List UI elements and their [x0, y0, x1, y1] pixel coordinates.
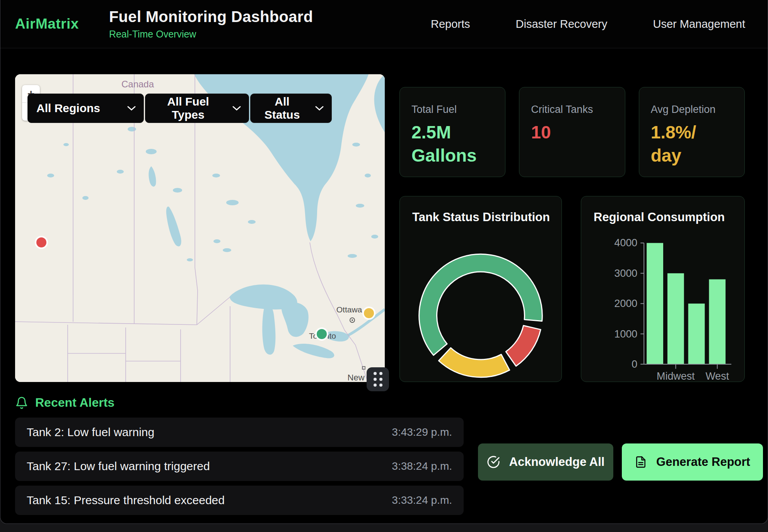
check-circle-icon [487, 455, 500, 469]
map-marker-green[interactable] [316, 328, 328, 340]
filter-fuel-types-select[interactable]: All Fuel Types [145, 94, 249, 123]
map-label-country: Canada [121, 79, 154, 89]
map-marker-yellow[interactable] [363, 307, 375, 319]
tank-status-panel: Tank Status Distribution [399, 196, 562, 382]
acknowledge-all-button[interactable]: Acknowledge All [478, 443, 613, 481]
stat-card-critical-tanks: Critical Tanks 10 [519, 87, 625, 177]
map-lake-michigan [262, 305, 275, 355]
stat-value-critical-tanks: 10 [531, 121, 610, 144]
alert-text: Tank 15: Pressure threshold exceeded [27, 494, 225, 507]
map-grip-icon[interactable] [367, 367, 389, 391]
alert-row[interactable]: Tank 27: Low fuel warning triggered 3:38… [15, 452, 464, 481]
stat-label: Avg Depletion [651, 104, 733, 116]
stat-card-avg-depletion: Avg Depletion 1.8%/day [639, 87, 745, 177]
dashboard-app: AirMatrix Fuel Monitoring Dashboard Real… [0, 0, 768, 524]
bell-icon [15, 396, 28, 410]
alerts-title: Recent Alerts [35, 396, 114, 410]
stat-card-total-fuel: Total Fuel 2.5M Gallons [399, 87, 505, 177]
alerts-header: Recent Alerts [15, 396, 114, 410]
map-label-ottawa: Ottawa [336, 305, 362, 314]
main-content: Canada Ottawa Toronto New York + [0, 48, 768, 524]
stat-value-avg-depletion: 1.8%/day [651, 121, 705, 167]
generate-report-label: Generate Report [656, 455, 750, 469]
chevron-down-icon [315, 106, 324, 111]
page-subtitle: Real-Time Overview [109, 29, 313, 40]
charts-row: Tank Status Distribution Regional Consum… [399, 196, 745, 382]
stat-label: Critical Tanks [531, 104, 613, 116]
main-nav: Reports Disaster Recovery User Managemen… [431, 18, 745, 31]
nav-disaster-recovery[interactable]: Disaster Recovery [516, 18, 608, 31]
svg-text:4000: 4000 [614, 237, 638, 249]
svg-text:West: West [705, 370, 729, 382]
alert-text: Tank 2: Low fuel warning [27, 426, 154, 439]
stat-label: Total Fuel [411, 104, 493, 116]
svg-text:2000: 2000 [614, 298, 638, 309]
tank-status-donut [400, 196, 561, 382]
alert-timestamp: 3:33:24 p.m. [392, 494, 452, 506]
nav-user-management[interactable]: User Management [653, 18, 745, 31]
filter-status-select[interactable]: All Status [250, 94, 332, 123]
regional-consumption-panel: Regional Consumption 01000200030004000Mi… [581, 196, 745, 382]
map-filters: All Regions All Fuel Types All Status [27, 94, 332, 123]
svg-text:1000: 1000 [614, 328, 638, 340]
alert-row[interactable]: Tank 2: Low fuel warning 3:43:29 p.m. [15, 418, 464, 447]
header: AirMatrix Fuel Monitoring Dashboard Real… [0, 0, 768, 48]
file-text-icon [635, 455, 647, 469]
page-title: Fuel Monitoring Dashboard [109, 8, 313, 26]
chevron-down-icon [127, 106, 136, 111]
filter-fuel-types-label: All Fuel Types [154, 95, 222, 121]
svg-text:Midwest: Midwest [657, 370, 695, 382]
chevron-down-icon [232, 106, 241, 111]
filter-regions-select[interactable]: All Regions [27, 94, 144, 123]
alert-text: Tank 27: Low fuel warning triggered [27, 460, 210, 473]
title-block: Fuel Monitoring Dashboard Real-Time Over… [109, 8, 313, 40]
svg-text:0: 0 [631, 358, 637, 370]
filter-regions-label: All Regions [36, 102, 100, 115]
alert-timestamp: 3:43:29 p.m. [392, 426, 452, 438]
stats-row: Total Fuel 2.5M Gallons Critical Tanks 1… [399, 87, 745, 177]
alert-row[interactable]: Tank 15: Pressure threshold exceeded 3:3… [15, 486, 464, 515]
svg-text:3000: 3000 [614, 268, 638, 279]
filter-status-label: All Status [259, 95, 305, 121]
map-panel: Canada Ottawa Toronto New York + [15, 74, 385, 382]
map-marker-red[interactable] [36, 237, 47, 248]
acknowledge-all-label: Acknowledge All [509, 455, 605, 469]
nav-reports[interactable]: Reports [431, 18, 470, 31]
regional-bar-chart: 01000200030004000MidwestWest [581, 196, 744, 382]
brand-logo: AirMatrix [15, 16, 79, 32]
stat-value-total-fuel: 2.5M Gallons [411, 121, 491, 167]
generate-report-button[interactable]: Generate Report [622, 443, 763, 481]
alert-timestamp: 3:38:24 p.m. [392, 460, 452, 472]
